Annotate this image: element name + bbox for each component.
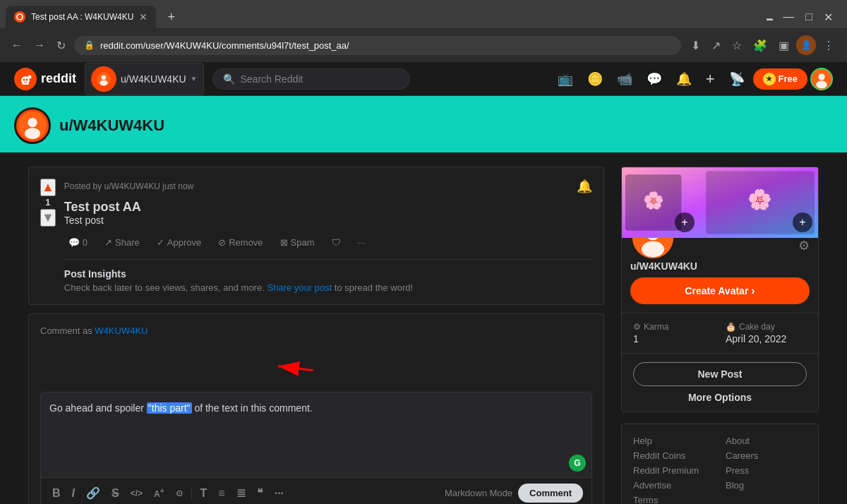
back-button[interactable]: ← [8, 36, 25, 54]
remove-icon: ⊘ [218, 237, 226, 248]
snoo-svg [18, 72, 32, 86]
italic-button[interactable]: I [69, 486, 78, 501]
download-button[interactable]: ⬇ [687, 36, 704, 55]
about-link[interactable]: About [726, 436, 807, 446]
svg-text:🌸: 🌸 [643, 190, 664, 210]
comment-editor[interactable]: Go ahead and spoiler "this part" of the … [40, 392, 592, 504]
forward-button[interactable]: → [31, 36, 48, 54]
reddit-favicon [14, 11, 25, 23]
user-avatar-button[interactable] [810, 68, 833, 90]
svg-text:🌸: 🌸 [747, 188, 772, 211]
vote-count: 1 [46, 198, 51, 208]
reddit-live-icon[interactable]: 📡 [723, 67, 750, 91]
video-icon[interactable]: 📹 [611, 67, 638, 91]
share-button[interactable]: ↗ [707, 36, 725, 55]
post-card: ▲ 1 ▼ Posted by u/W4KUW4KU just now 🔔 Te… [28, 167, 604, 305]
text-size-button[interactable]: T [198, 486, 210, 501]
quote-button[interactable]: ❝ [254, 485, 266, 501]
browser-tab[interactable]: Test post AA : W4KUW4KU ✕ [6, 6, 156, 28]
cake-day-label: 🎂 Cake day [726, 322, 807, 332]
reddit-logo[interactable]: reddit [14, 68, 76, 90]
settings-button[interactable]: ⚙ [798, 238, 810, 253]
minimize-button[interactable]: — [780, 8, 797, 26]
bullets-button[interactable]: ≡ [215, 486, 227, 501]
sidebar-banner-add-button-2[interactable]: + [793, 212, 812, 232]
careers-link[interactable]: Careers [726, 450, 807, 461]
reddit-premium-link[interactable]: Reddit Premium [633, 465, 714, 476]
free-button[interactable]: ★ Free [753, 68, 807, 90]
more-options-button[interactable]: More Options [633, 392, 807, 403]
share-post-button[interactable]: ↗ Share [100, 234, 144, 251]
coins-icon[interactable]: 🪙 [582, 67, 608, 91]
svg-point-11 [100, 80, 107, 85]
remove-button[interactable]: ⊘ Remove [214, 234, 267, 251]
sidebar-profile-body: ⚙ u/W4KUW4KU Create Avatar › [622, 238, 818, 304]
comment-as-label: Comment as W4KUW4KU [40, 325, 592, 336]
karma-label: ⚙ Karma [633, 322, 714, 332]
superscript-button[interactable]: A+ [151, 486, 167, 500]
search-input[interactable] [241, 73, 400, 85]
extensions-button[interactable]: 🧩 [749, 36, 771, 55]
profile-banner: u/W4KUW4KU [0, 96, 847, 152]
more-toolbar-button[interactable]: ··· [272, 486, 287, 501]
numbered-button[interactable]: ≣ [234, 485, 248, 501]
bold-button[interactable]: B [49, 486, 64, 501]
post-meta-text: Posted by u/W4KUW4KU just now [64, 181, 193, 191]
reload-button[interactable]: ↻ [54, 36, 68, 55]
svg-point-17 [25, 128, 40, 139]
tab-close-button[interactable]: ✕ [139, 11, 148, 23]
close-window-button[interactable]: ✕ [821, 8, 836, 27]
profile-button[interactable]: 👤 [796, 35, 816, 55]
spam-button[interactable]: ⊠ Spam [276, 234, 319, 251]
user-badge[interactable]: u/W4KUW4KU ▼ [85, 63, 203, 95]
more-actions-button[interactable]: ··· [354, 234, 370, 251]
comment-text-before: Go ahead and spoiler [49, 402, 147, 414]
new-post-button[interactable]: New Post [633, 362, 807, 386]
notification-button[interactable]: 🔔 [577, 179, 592, 194]
comment-user-link[interactable]: W4KUW4KU [95, 325, 148, 336]
link-button[interactable]: 🔗 [83, 485, 103, 501]
downvote-button[interactable]: ▼ [40, 209, 56, 227]
bell-icon[interactable]: 🔔 [671, 67, 697, 91]
vote-column: ▲ 1 ▼ [40, 179, 56, 293]
karma-value: 1 [633, 333, 714, 344]
sidebar-banner: 🌸 🌸 + + [622, 167, 818, 238]
code-button[interactable]: </> [128, 487, 145, 500]
add-icon[interactable]: + [700, 66, 721, 92]
sidebar-links: Help About Reddit Coins Careers Reddit P… [621, 424, 819, 504]
address-bar[interactable]: 🔒 reddit.com/user/W4KUW4KU/comments/u94l… [74, 36, 681, 55]
approve-button[interactable]: ✓ Approve [152, 234, 205, 251]
chat-icon[interactable]: 💬 [641, 67, 668, 91]
search-bar[interactable]: 🔍 [212, 68, 410, 90]
menu-button[interactable]: ⋮ [819, 36, 839, 55]
help-link[interactable]: Help [633, 436, 714, 446]
reddit-coins-link[interactable]: Reddit Coins [633, 450, 714, 461]
post-title: Test post AA [64, 200, 592, 215]
new-tab-button[interactable]: + [162, 7, 181, 28]
blog-link[interactable]: Blog [726, 480, 807, 491]
comment-submit-button[interactable]: Comment [518, 484, 583, 503]
nav-icons: ⬇ ↗ ☆ 🧩 ▣ 👤 ⋮ [687, 35, 839, 55]
comment-button[interactable]: 💬 0 [64, 234, 92, 251]
sidebar-button[interactable]: ▣ [774, 36, 793, 55]
advertise-link[interactable]: Advertise [633, 480, 714, 491]
browser-chrome: Test post AA : W4KUW4KU ✕ + 🗕 — □ ✕ ← → … [0, 0, 847, 62]
sidebar-profile-card: 🌸 🌸 + + [621, 167, 819, 412]
tv-icon[interactable]: 📺 [552, 67, 579, 91]
bookmark-button[interactable]: ☆ [728, 36, 746, 55]
strikethrough-button[interactable]: S [109, 486, 122, 501]
sidebar: 🌸 🌸 + + [621, 167, 819, 504]
sidebar-banner-add-button[interactable]: + [675, 212, 695, 232]
press-link[interactable]: Press [726, 465, 807, 476]
share-post-link[interactable]: Share your post [267, 282, 332, 293]
comment-section: Comment as W4KUW4KU [28, 313, 604, 504]
nav-bar: ← → ↻ 🔒 reddit.com/user/W4KUW4KU/comment… [0, 28, 847, 62]
maximize-button[interactable]: □ [803, 8, 815, 26]
spoiler-button[interactable]: ⊙ [173, 487, 186, 500]
shield-button[interactable]: 🛡 [328, 234, 345, 251]
svg-point-14 [816, 80, 827, 88]
upvote-button[interactable]: ▲ [40, 179, 56, 196]
terms-link[interactable]: Terms [633, 495, 714, 504]
comment-text-area[interactable]: Go ahead and spoiler "this part" of the … [41, 392, 591, 477]
create-avatar-button[interactable]: Create Avatar › [630, 277, 810, 304]
